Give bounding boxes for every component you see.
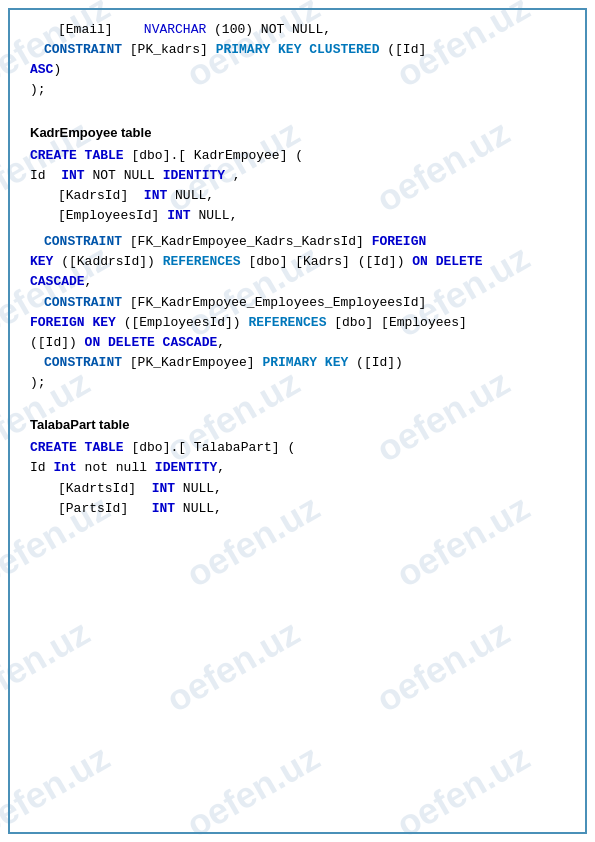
code-line: CONSTRAINT [FK_KadrEmpoyee_Kadrs_KadrsId…: [30, 232, 565, 252]
code-line: );: [30, 373, 565, 393]
code-text: [Email]: [30, 22, 144, 37]
code-text: [dbo].[ KadrEmpoyee] (: [124, 148, 303, 163]
code-keyword: KEY: [30, 254, 53, 269]
code-text: );: [30, 375, 46, 390]
code-keyword: INT: [167, 208, 190, 223]
code-keyword: ON DELETE: [412, 254, 482, 269]
code-keyword: NVARCHAR: [144, 22, 206, 37]
section-1: [Email] NVARCHAR (100) NOT NULL, CONSTRA…: [30, 20, 565, 101]
code-keyword: CREATE TABLE: [30, 440, 124, 455]
code-keyword: FOREIGN KEY: [30, 315, 116, 330]
constraint-keyword: CONSTRAINT: [44, 234, 122, 249]
code-keyword: PRIMARY KEY CLUSTERED: [216, 42, 380, 57]
code-line: ([Id]) ON DELETE CASCADE,: [30, 333, 565, 353]
code-line: ASC): [30, 60, 565, 80]
code-keyword: REFERENCES: [163, 254, 241, 269]
code-text: ): [53, 62, 61, 77]
code-text: [KadrsId]: [58, 188, 144, 203]
code-text: NOT NULL: [85, 168, 163, 183]
code-line: KEY ([KaddrsId]) REFERENCES [dbo] [Kadrs…: [30, 252, 565, 272]
code-keyword: PRIMARY KEY: [262, 355, 348, 370]
code-keyword: CREATE TABLE: [30, 148, 124, 163]
code-text: (100) NOT NULL,: [206, 22, 331, 37]
code-block-1: [Email] NVARCHAR (100) NOT NULL, CONSTRA…: [30, 20, 565, 101]
code-keyword: ON DELETE CASCADE: [85, 335, 218, 350]
code-line: [KadrsId] INT NULL,: [30, 186, 565, 206]
code-line: FOREIGN KEY ([EmployeesId]) REFERENCES […: [30, 313, 565, 333]
code-keyword: INT: [152, 501, 175, 516]
code-line: [KadrtsId] INT NULL,: [30, 479, 565, 499]
constraint-keyword: CONSTRAINT: [44, 355, 122, 370]
constraint-keyword: CONSTRAINT: [44, 295, 122, 310]
code-keyword: ASC: [30, 62, 53, 77]
code-line: CONSTRAINT [FK_KadrEmpoyee_Employees_Emp…: [30, 293, 565, 313]
code-text: not null: [77, 460, 155, 475]
code-text: [FK_KadrEmpoyee_Kadrs_KadrsId]: [122, 234, 372, 249]
code-text: ,: [225, 168, 241, 183]
code-text: );: [30, 82, 46, 97]
code-text: [PartsId]: [58, 501, 152, 516]
section-title-talabapart: TalabaPart table: [30, 417, 565, 432]
code-text: ,: [217, 460, 225, 475]
code-line: CONSTRAINT [PK_KadrEmpoyee] PRIMARY KEY …: [30, 353, 565, 373]
code-text: Id: [30, 168, 61, 183]
code-text: ([Id]: [379, 42, 426, 57]
code-text: [PK_kadrs]: [122, 42, 216, 57]
code-line: [EmployeesId] INT NULL,: [30, 206, 565, 226]
section-talabapart: TalabaPart table CREATE TABLE [dbo].[ Ta…: [30, 417, 565, 519]
code-line: CONSTRAINT [PK_kadrs] PRIMARY KEY CLUSTE…: [30, 40, 565, 60]
code-keyword: IDENTITY: [155, 460, 217, 475]
code-text: ,: [85, 274, 93, 289]
constraint-keyword: CONSTRAINT: [44, 42, 122, 57]
code-line: CREATE TABLE [dbo].[ TalabaPart] (: [30, 438, 565, 458]
code-keyword: REFERENCES: [248, 315, 326, 330]
code-text: NULL,: [191, 208, 238, 223]
code-text: Id: [30, 460, 53, 475]
code-line: Id INT NOT NULL IDENTITY ,: [30, 166, 565, 186]
code-text: ([Id]): [348, 355, 403, 370]
code-block-2: CREATE TABLE [dbo].[ KadrEmpoyee] ( Id I…: [30, 146, 565, 394]
code-keyword: IDENTITY: [163, 168, 225, 183]
code-text: [dbo].[ TalabaPart] (: [124, 440, 296, 455]
code-text: [PK_KadrEmpoyee]: [122, 355, 262, 370]
code-keyword: Int: [53, 460, 76, 475]
code-text: ,: [217, 335, 225, 350]
code-line: [PartsId] INT NULL,: [30, 499, 565, 519]
code-text: [dbo] [Kadrs] ([Id]): [241, 254, 413, 269]
code-keyword: INT: [144, 188, 167, 203]
code-line: [Email] NVARCHAR (100) NOT NULL,: [30, 20, 565, 40]
code-text: ([Id]): [30, 335, 85, 350]
code-keyword: INT: [61, 168, 84, 183]
code-keyword: FOREIGN: [372, 234, 427, 249]
section-kadremp: KadrEmpoyee table CREATE TABLE [dbo].[ K…: [30, 125, 565, 394]
code-text: [KadrtsId]: [58, 481, 152, 496]
code-text: ([EmployeesId]): [116, 315, 249, 330]
code-text: [dbo] [Employees]: [326, 315, 466, 330]
section-title-kadremp: KadrEmpoyee table: [30, 125, 565, 140]
code-line: );: [30, 80, 565, 100]
cascade-keyword: CASCADE: [30, 274, 85, 289]
code-text: NULL,: [175, 481, 222, 496]
main-content: [Email] NVARCHAR (100) NOT NULL, CONSTRA…: [0, 0, 595, 563]
code-text: [EmployeesId]: [58, 208, 167, 223]
code-keyword: INT: [152, 481, 175, 496]
code-line: Id Int not null IDENTITY,: [30, 458, 565, 478]
code-text: [FK_KadrEmpoyee_Employees_EmployeesId]: [122, 295, 426, 310]
code-text: ([KaddrsId]): [53, 254, 162, 269]
code-text: NULL,: [167, 188, 214, 203]
code-line: CASCADE,: [30, 272, 565, 292]
code-line: CREATE TABLE [dbo].[ KadrEmpoyee] (: [30, 146, 565, 166]
code-text: NULL,: [175, 501, 222, 516]
code-block-3: CREATE TABLE [dbo].[ TalabaPart] ( Id In…: [30, 438, 565, 519]
